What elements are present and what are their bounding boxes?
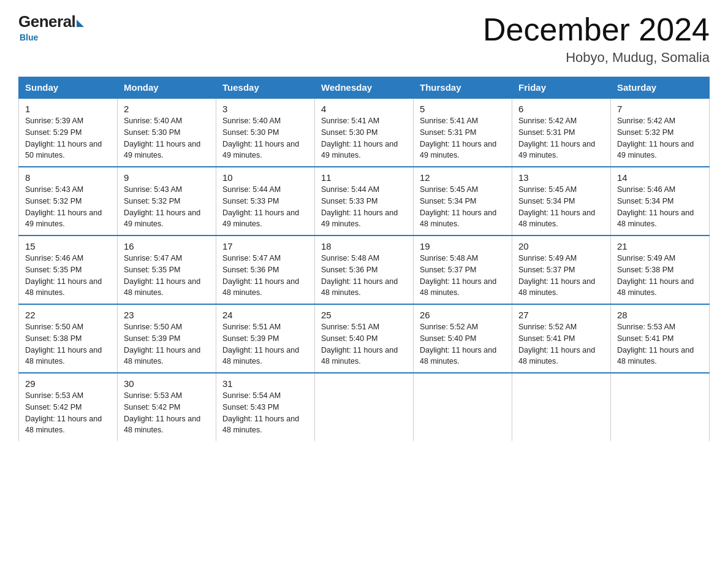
- header-wednesday: Wednesday: [315, 77, 414, 99]
- day-info: Sunrise: 5:52 AMSunset: 5:40 PMDaylight:…: [420, 321, 506, 367]
- calendar-cell: 30Sunrise: 5:53 AMSunset: 5:42 PMDayligh…: [118, 373, 216, 441]
- header-monday: Monday: [118, 77, 216, 99]
- calendar-cell: 6Sunrise: 5:42 AMSunset: 5:31 PMDaylight…: [512, 98, 611, 167]
- day-number: 1: [25, 104, 111, 114]
- day-info: Sunrise: 5:54 AMSunset: 5:43 PMDaylight:…: [222, 390, 308, 436]
- calendar-cell: [611, 373, 710, 441]
- day-number: 12: [420, 172, 506, 183]
- calendar-cell: 5Sunrise: 5:41 AMSunset: 5:31 PMDaylight…: [414, 98, 512, 167]
- calendar-cell: 24Sunrise: 5:51 AMSunset: 5:39 PMDayligh…: [216, 304, 315, 373]
- day-number: 9: [124, 172, 210, 183]
- day-info: Sunrise: 5:39 AMSunset: 5:29 PMDaylight:…: [25, 115, 111, 161]
- calendar-cell: 27Sunrise: 5:52 AMSunset: 5:41 PMDayligh…: [512, 304, 611, 373]
- day-number: 24: [222, 310, 308, 320]
- calendar-cell: 1Sunrise: 5:39 AMSunset: 5:29 PMDaylight…: [19, 98, 118, 167]
- month-title: December 2024: [483, 12, 710, 47]
- day-number: 3: [222, 104, 308, 114]
- day-number: 11: [321, 172, 407, 183]
- calendar-cell: 18Sunrise: 5:48 AMSunset: 5:36 PMDayligh…: [315, 236, 414, 304]
- calendar-cell: 9Sunrise: 5:43 AMSunset: 5:32 PMDaylight…: [118, 167, 216, 236]
- calendar-cell: 14Sunrise: 5:46 AMSunset: 5:34 PMDayligh…: [611, 167, 710, 236]
- day-number: 30: [124, 378, 210, 389]
- day-number: 23: [124, 310, 210, 320]
- day-info: Sunrise: 5:47 AMSunset: 5:35 PMDaylight:…: [124, 253, 210, 299]
- day-number: 7: [617, 104, 703, 114]
- day-number: 14: [617, 172, 703, 183]
- title-block: December 2024 Hobyo, Mudug, Somalia: [483, 12, 710, 66]
- logo-subtitle: Blue: [20, 33, 38, 42]
- calendar-cell: 10Sunrise: 5:44 AMSunset: 5:33 PMDayligh…: [216, 167, 315, 236]
- day-info: Sunrise: 5:51 AMSunset: 5:40 PMDaylight:…: [321, 321, 407, 367]
- week-row-5: 29Sunrise: 5:53 AMSunset: 5:42 PMDayligh…: [19, 373, 710, 441]
- calendar-cell: 23Sunrise: 5:50 AMSunset: 5:39 PMDayligh…: [118, 304, 216, 373]
- calendar-cell: 19Sunrise: 5:48 AMSunset: 5:37 PMDayligh…: [414, 236, 512, 304]
- day-info: Sunrise: 5:48 AMSunset: 5:37 PMDaylight:…: [420, 253, 506, 299]
- day-number: 29: [25, 378, 111, 389]
- calendar-cell: 29Sunrise: 5:53 AMSunset: 5:42 PMDayligh…: [19, 373, 118, 441]
- calendar-cell: 26Sunrise: 5:52 AMSunset: 5:40 PMDayligh…: [414, 304, 512, 373]
- day-info: Sunrise: 5:52 AMSunset: 5:41 PMDaylight:…: [518, 321, 604, 367]
- day-info: Sunrise: 5:41 AMSunset: 5:30 PMDaylight:…: [321, 115, 407, 161]
- location-title: Hobyo, Mudug, Somalia: [483, 50, 710, 66]
- day-info: Sunrise: 5:53 AMSunset: 5:42 PMDaylight:…: [25, 390, 111, 436]
- day-info: Sunrise: 5:44 AMSunset: 5:33 PMDaylight:…: [321, 184, 407, 230]
- day-number: 26: [420, 310, 506, 320]
- day-info: Sunrise: 5:50 AMSunset: 5:38 PMDaylight:…: [25, 321, 111, 367]
- week-row-4: 22Sunrise: 5:50 AMSunset: 5:38 PMDayligh…: [19, 304, 710, 373]
- day-info: Sunrise: 5:40 AMSunset: 5:30 PMDaylight:…: [222, 115, 308, 161]
- day-info: Sunrise: 5:42 AMSunset: 5:32 PMDaylight:…: [617, 115, 703, 161]
- day-number: 31: [222, 378, 308, 389]
- day-number: 27: [518, 310, 604, 320]
- header-tuesday: Tuesday: [216, 77, 315, 99]
- calendar-cell: 13Sunrise: 5:45 AMSunset: 5:34 PMDayligh…: [512, 167, 611, 236]
- day-number: 2: [124, 104, 210, 114]
- day-number: 8: [25, 172, 111, 183]
- day-info: Sunrise: 5:41 AMSunset: 5:31 PMDaylight:…: [420, 115, 506, 161]
- header-thursday: Thursday: [414, 77, 512, 99]
- logo: General Blue: [18, 12, 85, 42]
- day-number: 22: [25, 310, 111, 320]
- day-number: 10: [222, 172, 308, 183]
- calendar-header-row: SundayMondayTuesdayWednesdayThursdayFrid…: [19, 77, 710, 99]
- day-number: 17: [222, 241, 308, 251]
- day-number: 16: [124, 241, 210, 251]
- day-info: Sunrise: 5:53 AMSunset: 5:42 PMDaylight:…: [124, 390, 210, 436]
- calendar-cell: 21Sunrise: 5:49 AMSunset: 5:38 PMDayligh…: [611, 236, 710, 304]
- week-row-1: 1Sunrise: 5:39 AMSunset: 5:29 PMDaylight…: [19, 98, 710, 167]
- day-info: Sunrise: 5:45 AMSunset: 5:34 PMDaylight:…: [518, 184, 604, 230]
- logo-general-text: General: [18, 12, 75, 31]
- calendar-cell: 15Sunrise: 5:46 AMSunset: 5:35 PMDayligh…: [19, 236, 118, 304]
- day-number: 5: [420, 104, 506, 114]
- header-friday: Friday: [512, 77, 611, 99]
- day-info: Sunrise: 5:43 AMSunset: 5:32 PMDaylight:…: [25, 184, 111, 230]
- logo-triangle-icon: [77, 20, 84, 27]
- header-sunday: Sunday: [19, 77, 118, 99]
- day-info: Sunrise: 5:49 AMSunset: 5:38 PMDaylight:…: [617, 253, 703, 299]
- calendar-cell: [315, 373, 414, 441]
- header-saturday: Saturday: [611, 77, 710, 99]
- week-row-2: 8Sunrise: 5:43 AMSunset: 5:32 PMDaylight…: [19, 167, 710, 236]
- page-header: General Blue December 2024 Hobyo, Mudug,…: [18, 12, 710, 66]
- calendar-cell: 3Sunrise: 5:40 AMSunset: 5:30 PMDaylight…: [216, 98, 315, 167]
- day-info: Sunrise: 5:49 AMSunset: 5:37 PMDaylight:…: [518, 253, 604, 299]
- calendar-cell: 2Sunrise: 5:40 AMSunset: 5:30 PMDaylight…: [118, 98, 216, 167]
- day-info: Sunrise: 5:50 AMSunset: 5:39 PMDaylight:…: [124, 321, 210, 367]
- day-info: Sunrise: 5:45 AMSunset: 5:34 PMDaylight:…: [420, 184, 506, 230]
- calendar-cell: 28Sunrise: 5:53 AMSunset: 5:41 PMDayligh…: [611, 304, 710, 373]
- day-info: Sunrise: 5:44 AMSunset: 5:33 PMDaylight:…: [222, 184, 308, 230]
- day-number: 21: [617, 241, 703, 251]
- day-info: Sunrise: 5:42 AMSunset: 5:31 PMDaylight:…: [518, 115, 604, 161]
- calendar-cell: 8Sunrise: 5:43 AMSunset: 5:32 PMDaylight…: [19, 167, 118, 236]
- calendar-cell: 7Sunrise: 5:42 AMSunset: 5:32 PMDaylight…: [611, 98, 710, 167]
- calendar-cell: [512, 373, 611, 441]
- calendar-table: SundayMondayTuesdayWednesdayThursdayFrid…: [18, 77, 710, 441]
- day-number: 28: [617, 310, 703, 320]
- calendar-cell: 16Sunrise: 5:47 AMSunset: 5:35 PMDayligh…: [118, 236, 216, 304]
- day-info: Sunrise: 5:47 AMSunset: 5:36 PMDaylight:…: [222, 253, 308, 299]
- day-number: 15: [25, 241, 111, 251]
- calendar-cell: 11Sunrise: 5:44 AMSunset: 5:33 PMDayligh…: [315, 167, 414, 236]
- week-row-3: 15Sunrise: 5:46 AMSunset: 5:35 PMDayligh…: [19, 236, 710, 304]
- day-info: Sunrise: 5:48 AMSunset: 5:36 PMDaylight:…: [321, 253, 407, 299]
- calendar-cell: 20Sunrise: 5:49 AMSunset: 5:37 PMDayligh…: [512, 236, 611, 304]
- calendar-cell: 22Sunrise: 5:50 AMSunset: 5:38 PMDayligh…: [19, 304, 118, 373]
